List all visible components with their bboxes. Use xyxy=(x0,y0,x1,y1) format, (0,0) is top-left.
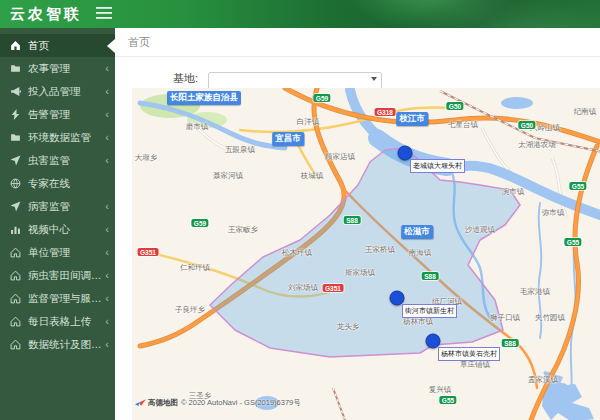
road-badge: G59 xyxy=(313,94,330,102)
chevron-left-icon: ‹ xyxy=(105,241,109,264)
map-town-label: 南海镇 xyxy=(409,248,432,258)
megaphone-icon xyxy=(10,86,22,98)
home-icon xyxy=(10,40,22,52)
sidebar-item-3[interactable]: 告警管理‹ xyxy=(0,103,115,126)
map-town-label: 王家畈乡 xyxy=(228,225,258,235)
map-town-label: 松木坪镇 xyxy=(282,248,312,258)
map-town-label: 弥市镇 xyxy=(542,208,565,218)
base-select[interactable] xyxy=(208,72,382,89)
road-badge: G50 xyxy=(446,102,463,110)
chevron-left-icon: ‹ xyxy=(105,287,109,310)
chevron-left-icon: ‹ xyxy=(105,195,109,218)
map-town-label: 子良坪乡 xyxy=(175,305,205,315)
sidebar-item-label: 环境数据监管 xyxy=(28,126,103,149)
sidebar-item-label: 专家在线 xyxy=(28,172,109,195)
chevron-left-icon: ‹ xyxy=(105,103,109,126)
sidebar-item-0[interactable]: 首页 xyxy=(0,34,115,57)
sidebar-item-label: 告警管理 xyxy=(28,103,103,126)
hamburger-menu-icon[interactable] xyxy=(96,6,114,22)
app-title: 云农智联 xyxy=(10,5,82,24)
sidebar-item-label: 视频中心 xyxy=(28,218,103,241)
home-outline-icon xyxy=(10,293,22,305)
map-town-label: 龙头乡 xyxy=(337,322,360,332)
road-badge: G318 xyxy=(375,108,396,116)
bolt-icon xyxy=(10,109,22,121)
sidebar-menu: 首页农事管理‹投入品管理‹告警管理‹环境数据监管‹虫害监管‹专家在线病害监管‹视… xyxy=(0,28,115,356)
sidebar-item-2[interactable]: 投入品管理‹ xyxy=(0,80,115,103)
amap-logo-text: 高德地图 xyxy=(148,398,178,408)
chevron-left-icon: ‹ xyxy=(105,80,109,103)
chevron-left-icon: ‹ xyxy=(105,149,109,172)
sidebar-item-7[interactable]: 病害监管‹ xyxy=(0,195,115,218)
map-town-label: 大堰乡 xyxy=(135,153,158,163)
chevron-left-icon: ‹ xyxy=(105,57,109,80)
sidebar-item-label: 投入品管理 xyxy=(28,80,103,103)
folder-icon xyxy=(10,63,22,75)
sidebar: 首页农事管理‹投入品管理‹告警管理‹环境数据监管‹虫害监管‹专家在线病害监管‹视… xyxy=(0,28,115,420)
road-badge: G55 xyxy=(439,396,456,404)
map-town-label: 七星台镇 xyxy=(448,120,478,130)
sidebar-item-4[interactable]: 环境数据监管‹ xyxy=(0,126,115,149)
base-select-label: 基地: xyxy=(143,71,198,86)
road-badge: G351 xyxy=(323,284,344,292)
map-marker-label[interactable]: 杨林市镇黄石壳村 xyxy=(438,347,500,361)
road-badge: S88 xyxy=(422,272,439,280)
map-town-label: 枝城镇 xyxy=(301,171,324,181)
sidebar-item-10[interactable]: 病虫害田间调查数据‹ xyxy=(0,264,115,287)
sidebar-item-label: 首页 xyxy=(28,34,109,57)
sidebar-item-1[interactable]: 农事管理‹ xyxy=(0,57,115,80)
map-town-label: 涴市镇 xyxy=(502,187,525,197)
map-marker-label[interactable]: 老城镇大堰头村 xyxy=(410,159,465,173)
top-bar: 云农智联 xyxy=(0,0,600,28)
sidebar-item-13[interactable]: 数据统计及图形分析‹ xyxy=(0,333,115,356)
home-outline-icon xyxy=(10,316,22,328)
map-town-label: 毛家港镇 xyxy=(520,287,550,297)
sidebar-item-label: 每日表格上传 xyxy=(28,310,103,333)
city-label-chip: 宜昌市 xyxy=(272,132,304,146)
home-outline-icon xyxy=(10,339,22,351)
cursor-icon xyxy=(10,155,22,167)
home-outline-icon xyxy=(10,270,22,282)
map-town-label: 顾家店镇 xyxy=(325,152,355,162)
sidebar-item-6[interactable]: 专家在线 xyxy=(0,172,115,195)
sidebar-item-label: 农事管理 xyxy=(28,57,103,80)
chevron-left-icon: ‹ xyxy=(105,218,109,241)
map-town-label: 磨市镇 xyxy=(186,122,209,132)
map-attribution: 高德地图 © 2020 AutoNavi - GS(2019)6379号 xyxy=(135,396,301,409)
map-town-label: 聂家河镇 xyxy=(213,171,243,181)
map-town-label: 仁和坪镇 xyxy=(180,263,210,273)
home-outline-icon xyxy=(10,247,22,259)
map-town-label: 沙道观镇 xyxy=(465,225,495,235)
map-town-label: 夹竹园镇 xyxy=(535,313,565,323)
chevron-left-icon: ‹ xyxy=(105,333,109,356)
map-town-label: 纪南镇 xyxy=(574,107,597,117)
road-badge: G351 xyxy=(138,248,159,256)
city-label-chip: 枝江市 xyxy=(396,112,428,126)
map-marker-label[interactable]: 街河市镇新生村 xyxy=(402,304,457,318)
map-town-label: 太湖港农场 xyxy=(518,140,556,150)
chevron-left-icon: ‹ xyxy=(105,310,109,333)
sidebar-item-9[interactable]: 单位管理‹ xyxy=(0,241,115,264)
sidebar-item-8[interactable]: 视频中心‹ xyxy=(0,218,115,241)
city-label-chip: 松滋市 xyxy=(401,225,433,239)
folder-icon xyxy=(10,132,22,144)
sidebar-item-label: 监督管理与服务系统 xyxy=(28,287,103,310)
road-badge: G50 xyxy=(518,121,535,129)
road-badge: G59 xyxy=(191,219,208,227)
map-town-label: 复兴镇 xyxy=(429,385,452,395)
map-town-label: 章庄铺镇 xyxy=(460,360,490,370)
sidebar-item-label: 数据统计及图形分析 xyxy=(28,333,103,356)
map[interactable]: 磨市镇白洋镇七星台镇八岭山镇纪南镇太湖港农场五眼泉镇顾家店镇大堰乡聂家河镇枝城镇… xyxy=(132,88,600,420)
map-town-label: 白洋镇 xyxy=(297,117,320,127)
chevron-left-icon: ‹ xyxy=(105,126,109,149)
chevron-left-icon: ‹ xyxy=(105,264,109,287)
sidebar-item-label: 病虫害田间调查数据 xyxy=(28,264,103,287)
road-badge: G55 xyxy=(569,182,586,190)
sidebar-item-12[interactable]: 每日表格上传‹ xyxy=(0,310,115,333)
globe-icon xyxy=(10,178,22,190)
sidebar-item-11[interactable]: 监督管理与服务系统‹ xyxy=(0,287,115,310)
sidebar-item-5[interactable]: 虫害监管‹ xyxy=(0,149,115,172)
amap-logo-icon xyxy=(135,396,146,409)
chart-icon xyxy=(10,224,22,236)
main-content: 首页 基地: xyxy=(115,28,600,420)
